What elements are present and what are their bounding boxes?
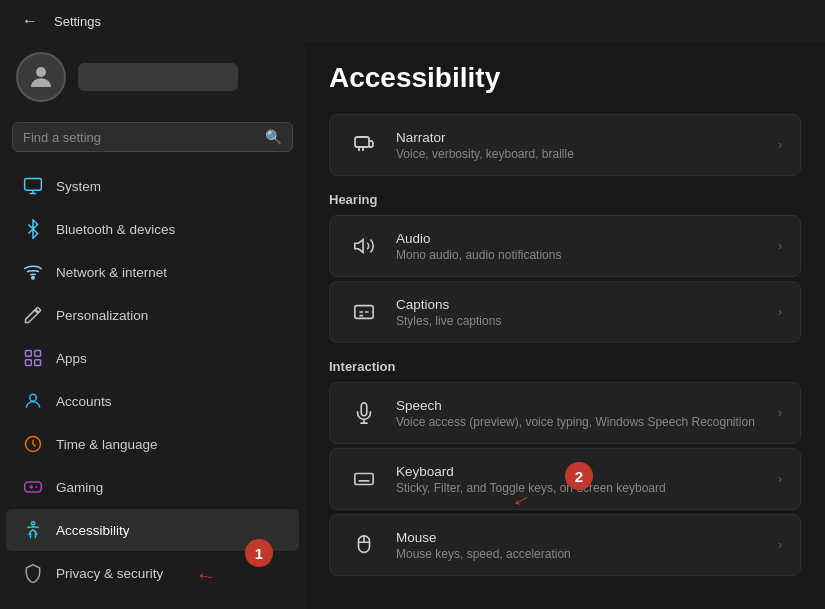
svg-point-10 — [31, 522, 34, 525]
time-icon — [22, 433, 44, 455]
audio-desc: Mono audio, audio notifications — [396, 248, 561, 262]
svg-rect-14 — [355, 474, 373, 485]
sidebar-item-bluetooth[interactable]: Bluetooth & devices — [6, 208, 299, 250]
narrator-chevron: › — [778, 138, 782, 152]
svg-rect-13 — [355, 306, 373, 319]
sidebar-item-apps[interactable]: Apps — [6, 337, 299, 379]
gaming-icon — [22, 476, 44, 498]
card-audio[interactable]: Audio Mono audio, audio notifications › — [329, 215, 801, 277]
card-mouse[interactable]: Mouse Mouse keys, speed, acceleration › — [329, 514, 801, 576]
accounts-icon — [22, 390, 44, 412]
narrator-desc: Voice, verbosity, keyboard, braille — [396, 147, 574, 161]
mouse-chevron: › — [778, 538, 782, 552]
captions-desc: Styles, live captions — [396, 314, 501, 328]
card-captions[interactable]: Captions Styles, live captions › — [329, 281, 801, 343]
audio-title: Audio — [396, 231, 561, 246]
sidebar-label-time: Time & language — [56, 437, 158, 452]
svg-point-2 — [32, 277, 35, 280]
narrator-icon — [348, 129, 380, 161]
audio-chevron: › — [778, 239, 782, 253]
sidebar-label-privacy: Privacy & security — [56, 566, 163, 581]
speech-icon — [348, 397, 380, 429]
search-icon: 🔍 — [265, 129, 282, 145]
system-icon — [22, 175, 44, 197]
sidebar-item-accounts[interactable]: Accounts — [6, 380, 299, 422]
sidebar-label-accounts: Accounts — [56, 394, 112, 409]
sidebar-item-personalization[interactable]: Personalization — [6, 294, 299, 336]
keyboard-chevron: › — [778, 472, 782, 486]
sections-container: Hearing Audio Mono audio, audio notifica… — [329, 192, 801, 576]
mouse-title: Mouse — [396, 530, 571, 545]
annotation-1: 1 — [245, 539, 273, 567]
sidebar-label-network: Network & internet — [56, 265, 167, 280]
annotation-1-arrow: ← — [193, 561, 219, 590]
svg-rect-4 — [35, 351, 41, 357]
back-button[interactable]: ← — [16, 8, 44, 34]
user-profile[interactable] — [0, 42, 305, 118]
annotation-2: 2 — [565, 462, 593, 490]
titlebar: ← Settings — [0, 0, 825, 42]
nav-items: System Bluetooth & devices Network & int… — [0, 164, 305, 595]
sidebar-label-gaming: Gaming — [56, 480, 103, 495]
avatar — [16, 52, 66, 102]
svg-rect-1 — [25, 179, 42, 191]
speech-title: Speech — [396, 398, 755, 413]
section-label-1: Interaction — [329, 359, 801, 374]
sidebar: 🔍 System Bluetooth & devices Network & i… — [0, 42, 305, 609]
sidebar-label-accessibility: Accessibility — [56, 523, 130, 538]
main-layout: 🔍 System Bluetooth & devices Network & i… — [0, 42, 825, 609]
bluetooth-icon — [22, 218, 44, 240]
captions-icon — [348, 296, 380, 328]
narrator-text: Narrator Voice, verbosity, keyboard, bra… — [396, 130, 574, 161]
svg-rect-6 — [35, 360, 41, 366]
search-bar[interactable]: 🔍 — [12, 122, 293, 152]
audio-text: Audio Mono audio, audio notifications — [396, 231, 561, 262]
sidebar-label-bluetooth: Bluetooth & devices — [56, 222, 175, 237]
mouse-icon — [348, 529, 380, 561]
network-icon — [22, 261, 44, 283]
search-input[interactable] — [23, 130, 257, 145]
speech-text: Speech Voice access (preview), voice typ… — [396, 398, 755, 429]
svg-marker-12 — [355, 240, 363, 253]
section-label-0: Hearing — [329, 192, 801, 207]
captions-text: Captions Styles, live captions — [396, 297, 501, 328]
captions-chevron: › — [778, 305, 782, 319]
captions-title: Captions — [396, 297, 501, 312]
svg-point-0 — [36, 67, 46, 77]
sidebar-label-personalization: Personalization — [56, 308, 148, 323]
personalization-icon — [22, 304, 44, 326]
sidebar-item-time[interactable]: Time & language — [6, 423, 299, 465]
accessibility-icon — [22, 519, 44, 541]
sidebar-label-system: System — [56, 179, 101, 194]
sidebar-item-gaming[interactable]: Gaming — [6, 466, 299, 508]
titlebar-title: Settings — [54, 14, 101, 29]
user-name-block — [78, 63, 238, 91]
sidebar-item-network[interactable]: Network & internet — [6, 251, 299, 293]
svg-rect-11 — [355, 137, 369, 147]
speech-desc: Voice access (preview), voice typing, Wi… — [396, 415, 755, 429]
keyboard-desc: Sticky, Filter, and Toggle keys, on-scre… — [396, 481, 666, 495]
keyboard-text: Keyboard Sticky, Filter, and Toggle keys… — [396, 464, 666, 495]
card-speech[interactable]: Speech Voice access (preview), voice typ… — [329, 382, 801, 444]
sidebar-item-system[interactable]: System — [6, 165, 299, 207]
mouse-desc: Mouse keys, speed, acceleration — [396, 547, 571, 561]
svg-rect-5 — [26, 360, 32, 366]
content-area: Accessibility Narrator Voice, verbosity,… — [305, 42, 825, 609]
narrator-title: Narrator — [396, 130, 574, 145]
mouse-text: Mouse Mouse keys, speed, acceleration — [396, 530, 571, 561]
speech-chevron: › — [778, 406, 782, 420]
sidebar-label-apps: Apps — [56, 351, 87, 366]
apps-icon — [22, 347, 44, 369]
narrator-card[interactable]: Narrator Voice, verbosity, keyboard, bra… — [329, 114, 801, 176]
privacy-icon — [22, 562, 44, 584]
page-title: Accessibility — [329, 62, 801, 94]
audio-icon — [348, 230, 380, 262]
keyboard-title: Keyboard — [396, 464, 666, 479]
svg-rect-3 — [26, 351, 32, 357]
user-avatar-icon — [26, 62, 56, 92]
svg-point-7 — [30, 394, 37, 401]
keyboard-icon — [348, 463, 380, 495]
